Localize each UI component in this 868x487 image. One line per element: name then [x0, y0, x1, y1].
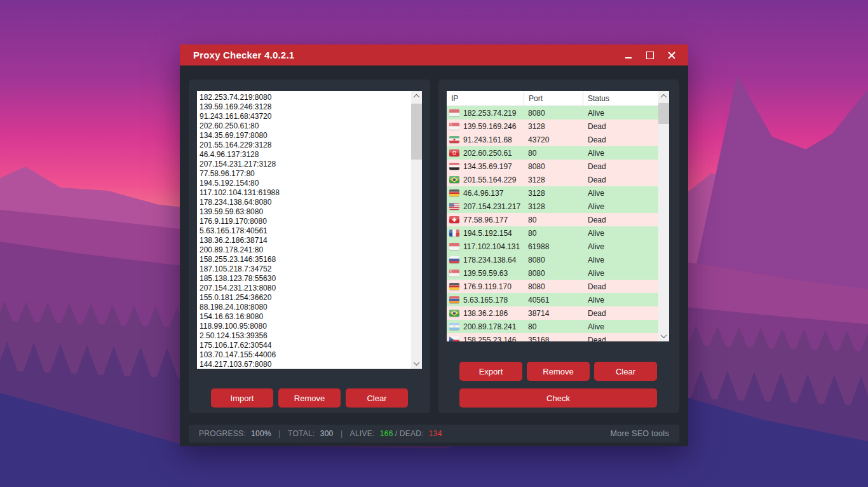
- scroll-up-icon[interactable]: [411, 91, 422, 102]
- scrollbar-thumb[interactable]: [658, 103, 669, 124]
- proxy-list-item[interactable]: 207.154.231.213:8080: [200, 284, 411, 293]
- port-cell: 80: [524, 322, 583, 331]
- proxy-list-item[interactable]: 77.58.96.177:80: [200, 169, 411, 179]
- proxy-list-item[interactable]: 158.255.23.146:35168: [200, 255, 411, 264]
- ip-cell: 178.234.138.64: [447, 256, 524, 264]
- country-flag-icon-brazil: [449, 176, 459, 183]
- proxy-list-item[interactable]: 139.59.59.63:8080: [200, 207, 411, 217]
- port-cell: 8080: [524, 162, 583, 171]
- proxy-list-item[interactable]: 178.234.138.64:8080: [200, 198, 411, 207]
- table-row[interactable]: 182.253.74.2198080Alive: [447, 106, 658, 120]
- proxy-list-item[interactable]: 134.35.69.197:8080: [200, 131, 411, 141]
- import-button[interactable]: Import: [211, 388, 273, 408]
- slash: /: [393, 429, 400, 438]
- proxy-list-item[interactable]: 154.16.63.16:8080: [200, 312, 411, 322]
- port-cell: 61988: [524, 242, 583, 251]
- ip-cell: 194.5.192.154: [447, 229, 524, 238]
- port-cell: 38714: [524, 309, 583, 318]
- proxy-list-item[interactable]: 185.138.123.78:55630: [200, 274, 411, 284]
- proxy-list: 182.253.74.219:8080139.59.169.246:312891…: [197, 91, 411, 369]
- proxy-list-item[interactable]: 91.243.161.68:43720: [200, 112, 411, 121]
- maximize-icon[interactable]: [646, 51, 654, 60]
- window-titlebar[interactable]: Proxy Checker 4.0.2.1: [180, 45, 688, 65]
- table-row[interactable]: 207.154.231.2173128Alive: [447, 200, 658, 213]
- table-row[interactable]: 5.63.165.17840561Alive: [447, 293, 658, 306]
- port-cell: 8080: [524, 256, 583, 264]
- close-icon[interactable]: [667, 51, 676, 60]
- proxy-list-item[interactable]: 176.9.119.170:8080: [200, 217, 411, 226]
- minimize-icon[interactable]: [624, 51, 633, 60]
- proxy-list-item[interactable]: 202.60.250.61:80: [200, 121, 411, 131]
- table-row[interactable]: 200.89.178.24180Alive: [447, 320, 658, 333]
- table-row[interactable]: 194.5.192.15480Alive: [447, 226, 658, 240]
- column-header-status[interactable]: Status: [583, 91, 658, 106]
- table-row[interactable]: 201.55.164.2293128Dead: [447, 173, 658, 186]
- proxy-list-item[interactable]: 88.198.24.108:8080: [200, 303, 411, 312]
- scroll-down-icon[interactable]: [411, 358, 422, 369]
- remove-button-left[interactable]: Remove: [278, 388, 341, 408]
- ip-cell: 176.9.119.170: [447, 282, 524, 291]
- table-row[interactable]: 178.234.138.648080Alive: [447, 253, 658, 266]
- country-flag-icon-indonesia: [449, 243, 459, 250]
- more-seo-tools-link[interactable]: More SEO tools: [611, 429, 669, 438]
- ip-cell: 139.59.169.246: [447, 122, 524, 131]
- proxy-list-item[interactable]: 187.105.218.7:34752: [200, 264, 411, 274]
- dead-value: 134: [429, 429, 442, 438]
- total-value: 300: [320, 429, 334, 438]
- ip-cell: 77.58.96.177: [447, 216, 524, 224]
- listbox-scrollbar[interactable]: [411, 91, 422, 369]
- ip-cell: 182.253.74.219: [447, 109, 524, 118]
- proxy-list-item[interactable]: 194.5.192.154:80: [200, 179, 411, 188]
- proxy-list-item[interactable]: 46.4.96.137:3128: [200, 150, 411, 160]
- proxy-results-table[interactable]: IP Port Status 182.253.74.2198080Alive13…: [447, 91, 669, 341]
- separator: |: [334, 429, 350, 438]
- table-row[interactable]: 139.59.59.638080Alive: [447, 266, 658, 280]
- proxy-list-item[interactable]: 155.0.181.254:36620: [200, 293, 411, 303]
- alive-label: ALIVE:: [350, 429, 375, 438]
- country-flag-icon-usa: [449, 203, 459, 210]
- proxy-list-item[interactable]: 139.59.169.246:3128: [200, 102, 411, 112]
- proxy-list-item[interactable]: 175.106.17.62:30544: [200, 341, 411, 350]
- status-cell: Dead: [583, 282, 658, 291]
- table-row[interactable]: 134.35.69.1978080Dead: [447, 160, 658, 173]
- proxy-list-item[interactable]: 103.70.147.155:44006: [200, 350, 411, 360]
- export-button[interactable]: Export: [459, 362, 522, 381]
- total-label: TOTAL:: [288, 429, 315, 438]
- table-row[interactable]: 176.9.119.1708080Dead: [447, 280, 658, 293]
- column-header-ip[interactable]: IP: [447, 91, 524, 106]
- proxy-list-item[interactable]: 117.102.104.131:61988: [200, 188, 411, 198]
- status-cell: Alive: [583, 202, 658, 211]
- proxy-list-item[interactable]: 200.89.178.241:80: [200, 245, 411, 255]
- proxy-list-item[interactable]: 5.63.165.178:40561: [200, 226, 411, 236]
- table-scrollbar[interactable]: [658, 91, 669, 341]
- port-cell: 40561: [524, 296, 583, 305]
- table-row[interactable]: 202.60.250.6180Alive: [447, 146, 658, 160]
- check-button[interactable]: Check: [459, 388, 657, 408]
- clear-button-left[interactable]: Clear: [346, 388, 408, 408]
- scroll-down-icon[interactable]: [658, 331, 669, 341]
- proxy-checker-window: Proxy Checker 4.0.2.1 182.253.74.219:808…: [180, 45, 688, 446]
- table-row[interactable]: 46.4.96.1373128Alive: [447, 186, 658, 200]
- proxy-list-item[interactable]: 182.253.74.219:8080: [200, 93, 411, 102]
- proxy-list-item[interactable]: 118.99.100.95:8080: [200, 322, 411, 331]
- table-row[interactable]: 158.255.23.14635168Dead: [447, 333, 658, 341]
- results-panel: IP Port Status 182.253.74.2198080Alive13…: [438, 79, 679, 413]
- table-row[interactable]: 77.58.96.17780Dead: [447, 213, 658, 226]
- proxy-list-item[interactable]: 201.55.164.229:3128: [200, 141, 411, 150]
- clear-button-right[interactable]: Clear: [594, 362, 657, 381]
- ip-cell: 134.35.69.197: [447, 162, 524, 171]
- remove-button-right[interactable]: Remove: [527, 362, 590, 381]
- table-row[interactable]: 138.36.2.18638714Dead: [447, 306, 658, 320]
- column-header-port[interactable]: Port: [524, 91, 583, 106]
- proxy-list-item[interactable]: 138.36.2.186:38714: [200, 236, 411, 245]
- proxy-input-listbox[interactable]: 182.253.74.219:8080139.59.169.246:312891…: [197, 91, 422, 369]
- table-row[interactable]: 117.102.104.13161988Alive: [447, 240, 658, 253]
- table-row[interactable]: 91.243.161.6843720Dead: [447, 133, 658, 146]
- proxy-list-item[interactable]: 144.217.103.67:8080: [200, 360, 411, 369]
- proxy-list-item[interactable]: 2.50.124.153:39356: [200, 331, 411, 341]
- scroll-up-icon[interactable]: [658, 91, 669, 102]
- port-cell: 80: [524, 149, 583, 158]
- table-row[interactable]: 139.59.169.2463128Dead: [447, 120, 658, 133]
- proxy-list-item[interactable]: 207.154.231.217:3128: [200, 160, 411, 169]
- scrollbar-thumb[interactable]: [411, 104, 422, 160]
